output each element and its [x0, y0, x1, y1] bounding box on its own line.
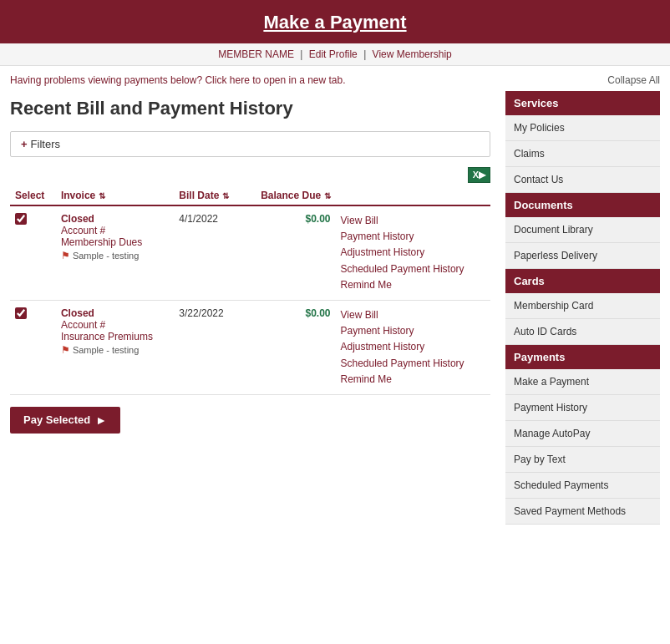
col-actions — [336, 186, 491, 205]
row-invoice-cell: Closed Account # Membership Dues ⚑ Sampl… — [56, 205, 174, 300]
col-bill-date: Bill Date ⇅ — [174, 186, 243, 205]
excel-icon[interactable]: X▶ — [468, 167, 490, 183]
sidebar-item[interactable]: Pay by Text — [505, 447, 660, 473]
sidebar-item[interactable]: Contact Us — [505, 167, 660, 193]
separator-1: | — [300, 48, 302, 60]
row-status[interactable]: Closed — [61, 213, 169, 225]
row-balance: $0.00 — [243, 205, 336, 300]
page-title: Make a Payment — [0, 12, 670, 33]
row-account[interactable]: Account # — [61, 225, 169, 236]
main-content: Having problems viewing payments below? … — [10, 74, 505, 434]
row-checkbox[interactable] — [15, 307, 27, 319]
subheader: MEMBER NAME | Edit Profile | View Member… — [0, 43, 670, 66]
arrow-icon: ► — [95, 413, 107, 427]
row-sample-tag: ⚑ Sample - testing — [61, 250, 139, 261]
row-actions-cell: View BillPayment HistoryAdjustment Histo… — [336, 300, 491, 394]
action-link[interactable]: Scheduled Payment History — [341, 261, 486, 277]
col-balance-due: Balance Due ⇅ — [243, 186, 336, 205]
table-row: Closed Account # Insurance Premiums ⚑ Sa… — [10, 300, 490, 394]
table-row: Closed Account # Membership Dues ⚑ Sampl… — [10, 205, 490, 300]
sidebar-item[interactable]: Saved Payment Methods — [505, 499, 660, 525]
action-link[interactable]: Remind Me — [341, 372, 486, 388]
collapse-all-button[interactable]: Collapse All — [505, 74, 660, 86]
action-link[interactable]: Remind Me — [341, 277, 486, 293]
row-sample-tag: ⚑ Sample - testing — [61, 344, 139, 356]
sidebar-item[interactable]: Document Library — [505, 217, 660, 243]
filters-label: Filters — [31, 138, 60, 150]
sidebar-item[interactable]: Claims — [505, 141, 660, 167]
sidebar-section-header: Cards — [505, 269, 660, 293]
page-body: Having problems viewing payments below? … — [0, 66, 670, 533]
row-checkbox-cell — [10, 300, 56, 394]
action-link[interactable]: Adjustment History — [341, 245, 486, 261]
flag-icon: ⚑ — [61, 250, 70, 261]
sidebar-item[interactable]: Make a Payment — [505, 369, 660, 395]
action-link[interactable]: View Bill — [341, 307, 486, 323]
flag-icon: ⚑ — [61, 344, 70, 356]
sidebar-item[interactable]: Manage AutoPay — [505, 421, 660, 447]
action-link[interactable]: View Bill — [341, 213, 486, 229]
invoice-sort-icon[interactable]: ⇅ — [99, 191, 105, 200]
separator-2: | — [363, 48, 366, 60]
sidebar-item[interactable]: My Policies — [505, 115, 660, 141]
action-link[interactable]: Scheduled Payment History — [341, 356, 486, 372]
balance-sort-icon[interactable]: ⇅ — [324, 191, 331, 200]
section-title: Recent Bill and Payment History — [10, 98, 490, 119]
col-invoice: Invoice ⇅ — [56, 186, 174, 205]
sidebar-item[interactable]: Paperless Delivery — [505, 243, 660, 269]
member-name: MEMBER NAME — [218, 48, 294, 60]
sidebar-item[interactable]: Auto ID Cards — [505, 319, 660, 345]
row-dues[interactable]: Insurance Premiums — [61, 331, 169, 342]
sidebar-item[interactable]: Membership Card — [505, 293, 660, 319]
sidebar-section-header: Documents — [505, 193, 660, 217]
sidebar-section-header: Payments — [505, 345, 660, 369]
row-balance: $0.00 — [243, 300, 336, 394]
row-checkbox[interactable] — [15, 213, 27, 225]
row-bill-date: 4/1/2022 — [174, 205, 243, 300]
row-bill-date: 3/22/2022 — [174, 300, 243, 394]
row-account[interactable]: Account # — [61, 319, 169, 331]
action-link[interactable]: Payment History — [341, 229, 486, 245]
billdate-sort-icon[interactable]: ⇅ — [222, 191, 229, 200]
row-invoice-cell: Closed Account # Insurance Premiums ⚑ Sa… — [56, 300, 174, 394]
view-membership-link[interactable]: View Membership — [373, 48, 452, 60]
sidebar-item[interactable]: Payment History — [505, 395, 660, 421]
page-header: Make a Payment — [0, 0, 670, 43]
col-select: Select — [10, 186, 56, 205]
row-status[interactable]: Closed — [61, 307, 169, 319]
pay-selected-label: Pay Selected — [23, 413, 90, 426]
sidebar: Collapse All ServicesMy PoliciesClaimsCo… — [505, 74, 660, 525]
filters-bar[interactable]: + Filters — [10, 131, 490, 157]
pay-selected-button[interactable]: Pay Selected ► — [10, 407, 120, 434]
plus-icon: + — [21, 138, 28, 150]
action-link[interactable]: Adjustment History — [341, 339, 486, 355]
excel-export-area: X▶ — [10, 167, 490, 183]
sidebar-section-header: Services — [505, 91, 660, 115]
edit-profile-link[interactable]: Edit Profile — [309, 48, 358, 60]
row-dues[interactable]: Membership Dues — [61, 236, 169, 248]
row-actions-cell: View BillPayment HistoryAdjustment Histo… — [336, 205, 491, 300]
warning-link[interactable]: Having problems viewing payments below? … — [10, 74, 490, 86]
row-checkbox-cell — [10, 205, 56, 300]
sidebar-item[interactable]: Scheduled Payments — [505, 473, 660, 499]
bill-table: Select Invoice ⇅ Bill Date ⇅ Balance Due… — [10, 186, 490, 395]
action-link[interactable]: Payment History — [341, 323, 486, 339]
